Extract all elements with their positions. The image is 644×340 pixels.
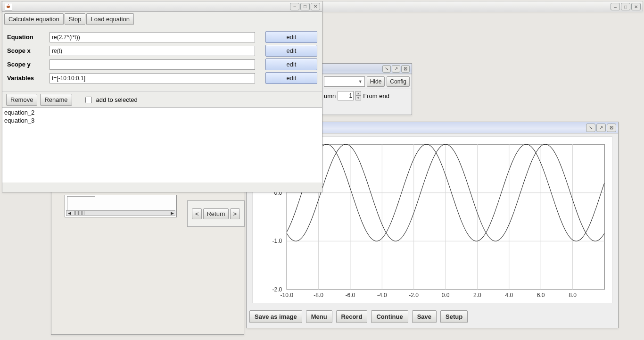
eq-minimize-button[interactable]: ‒ (290, 3, 299, 10)
scopey-label: Scope y (7, 61, 48, 68)
list-item[interactable]: equation_2 (4, 108, 320, 116)
scopex-input[interactable] (50, 46, 255, 56)
return-toolbar: < Return > (187, 200, 245, 227)
save-button[interactable]: Save (412, 310, 437, 323)
scroll-right-icon[interactable]: ▶ (169, 211, 175, 216)
scopex-edit-button[interactable]: edit (265, 45, 317, 57)
equation-editor-window: ‒ □ ✕ Calculate equation Stop Load equat… (2, 1, 322, 192)
continue-button[interactable]: Continue (371, 310, 408, 323)
scopex-label: Scope x (7, 47, 48, 54)
hide-button[interactable]: Hide (367, 76, 385, 87)
return-next-button[interactable]: > (230, 208, 240, 219)
svg-text:-6.0: -6.0 (346, 292, 355, 299)
column-spinner-buttons[interactable]: ▴▾ (355, 91, 361, 100)
scopey-edit-button[interactable]: edit (265, 58, 317, 70)
rename-button[interactable]: Rename (40, 94, 72, 106)
svg-text:-4.0: -4.0 (377, 292, 387, 299)
java-icon (5, 3, 12, 10)
svg-text:0.0: 0.0 (442, 292, 450, 299)
scopey-input[interactable] (50, 59, 255, 70)
scroll-knob[interactable] (74, 211, 84, 215)
svg-text:4.0: 4.0 (505, 292, 513, 299)
svg-text:-2.0: -2.0 (409, 292, 419, 299)
vars-label: Variables (7, 75, 48, 82)
save-as-image-button[interactable]: Save as image (249, 310, 302, 323)
column-spinner[interactable] (338, 91, 354, 100)
scroll-left-icon[interactable]: ◀ (66, 211, 72, 216)
eq-close-button[interactable]: ✕ (311, 3, 320, 10)
svg-text:-10.0: -10.0 (280, 292, 293, 299)
return-prev-button[interactable]: < (192, 208, 202, 219)
vars-edit-button[interactable]: edit (265, 72, 317, 84)
svg-text:-1.0: -1.0 (272, 238, 282, 244)
column-config-panel: ↘ ↗ ⊠ ▼ Hide Config umn ▴▾ From end (322, 63, 412, 115)
plot-close-icon[interactable]: ⊠ (607, 124, 616, 132)
bg-maximize-button[interactable]: □ (621, 3, 630, 10)
cfg-min-icon[interactable]: ↘ (382, 65, 391, 73)
load-equation-button[interactable]: Load equation (86, 13, 133, 25)
record-button[interactable]: Record (336, 310, 368, 323)
thumbnail-scrollbar[interactable]: ◀ ▶ (66, 210, 175, 216)
config-button[interactable]: Config (387, 76, 410, 87)
bg-close-button[interactable]: ✕ (631, 3, 641, 10)
return-button[interactable]: Return (203, 208, 228, 219)
add-to-selected-label: add to selected (96, 96, 138, 103)
equation-edit-button[interactable]: edit (265, 31, 317, 43)
remove-button[interactable]: Remove (6, 94, 37, 106)
cfg-close-icon[interactable]: ⊠ (401, 65, 410, 73)
add-to-selected-checkbox[interactable] (85, 97, 92, 103)
thumbnail-strip: ◀ ▶ (65, 195, 177, 217)
equation-input[interactable] (50, 32, 255, 42)
svg-text:-2.0: -2.0 (272, 286, 282, 293)
equation-label: Equation (7, 33, 48, 41)
setup-button[interactable]: Setup (440, 310, 468, 323)
plot-max-icon[interactable]: ↗ (596, 124, 606, 132)
column-label: umn (324, 92, 336, 100)
bg-minimize-button[interactable]: ‒ (611, 3, 620, 10)
vars-input[interactable] (50, 73, 255, 83)
from-end-label: From end (363, 92, 389, 100)
plot-min-icon[interactable]: ↘ (586, 124, 595, 132)
stop-button[interactable]: Stop (65, 13, 86, 25)
cfg-combo[interactable]: ▼ (324, 76, 365, 87)
svg-text:8.0: 8.0 (569, 292, 577, 299)
menu-button[interactable]: Menu (306, 310, 332, 323)
cfg-max-icon[interactable]: ↗ (392, 65, 400, 73)
svg-text:6.0: 6.0 (537, 292, 545, 299)
svg-text:-8.0: -8.0 (314, 292, 323, 299)
equation-list[interactable]: equation_2 equation_3 (2, 107, 322, 182)
eq-maximize-button[interactable]: □ (300, 3, 310, 10)
svg-text:2.0: 2.0 (473, 292, 481, 299)
list-item[interactable]: equation_3 (4, 116, 320, 124)
calculate-equation-button[interactable]: Calculate equation (4, 13, 64, 25)
chevron-down-icon: ▼ (358, 79, 363, 84)
